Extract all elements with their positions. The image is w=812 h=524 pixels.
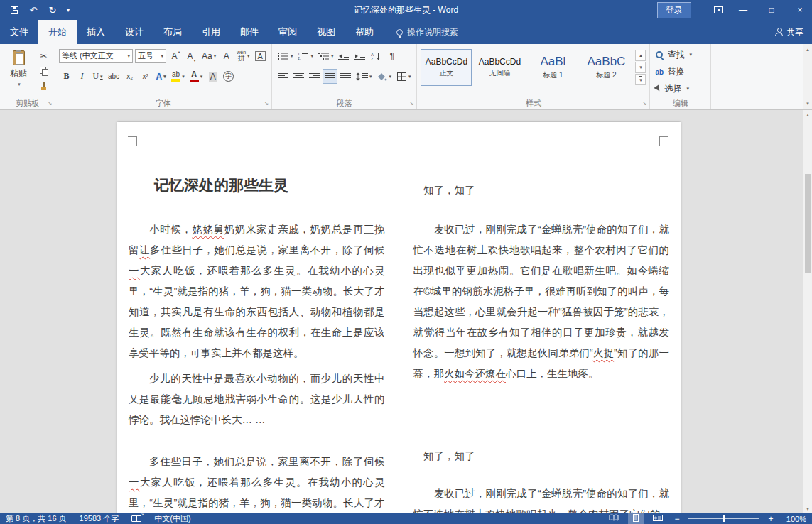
copy-button[interactable] — [36, 64, 51, 79]
close-button[interactable]: × — [788, 0, 812, 20]
style-normal[interactable]: AaBbCcDd 正文 — [421, 49, 472, 86]
paste-button[interactable]: 粘贴 — [4, 47, 33, 91]
word-count[interactable]: 19583 个字 — [80, 513, 119, 524]
paragraph[interactable]: 麦收已过，刚刚完成了“金蝉脱壳”使命的知了们，就忙不迭地在树上欢快地歌唱起来，整… — [413, 219, 670, 384]
text-highlight-button[interactable]: ab — [169, 69, 187, 84]
italic-button[interactable]: I — [75, 69, 90, 84]
strikethrough-button[interactable]: abc — [106, 69, 121, 84]
replace-button[interactable]: ab替换 — [654, 65, 707, 79]
zoom-slider-thumb[interactable] — [723, 515, 725, 522]
bullets-button[interactable] — [276, 48, 296, 63]
login-button[interactable]: 登录 — [657, 2, 691, 18]
font-dialog-launcher[interactable]: ↘ — [262, 99, 271, 108]
redo-button[interactable]: ↻ — [44, 1, 61, 18]
clear-formatting-button[interactable]: A — [219, 48, 234, 63]
align-right-button[interactable] — [307, 69, 322, 84]
scroll-down-icon[interactable]: ▾ — [803, 504, 812, 513]
ribbon-scroll-down-icon[interactable]: ▾ — [803, 99, 812, 108]
bold-button[interactable]: B — [59, 69, 74, 84]
numbering-button[interactable]: 1.2. — [296, 48, 315, 63]
character-border-button[interactable]: A — [253, 48, 268, 63]
undo-button[interactable]: ↶ — [25, 1, 42, 18]
tab-help[interactable]: 帮助 — [345, 20, 384, 44]
find-button[interactable]: 查找 — [654, 48, 707, 62]
font-name-combo[interactable]: 等线 (中文正文 — [59, 49, 133, 63]
font-color-button[interactable]: A — [188, 69, 205, 84]
customize-quick-access-button[interactable]: ▾ — [63, 1, 73, 18]
tab-mailings[interactable]: 邮件 — [230, 20, 269, 44]
justify-button[interactable] — [323, 69, 337, 84]
maximize-button[interactable]: □ — [759, 0, 784, 20]
change-case-button[interactable]: Aa — [200, 48, 218, 63]
minimize-button[interactable]: — — [731, 0, 755, 20]
shading-button[interactable] — [374, 69, 394, 84]
zoom-in-button[interactable]: + — [766, 514, 776, 524]
ribbon-scroll-up-icon[interactable]: ▴ — [803, 45, 812, 54]
style-heading-2[interactable]: AaBbC 标题 2 — [580, 49, 632, 86]
tell-me-search[interactable]: 操作说明搜索 — [396, 20, 458, 44]
language-indicator[interactable]: 中文(中国) — [154, 513, 190, 524]
grow-font-button[interactable]: A▴ — [168, 48, 183, 63]
zoom-level[interactable]: 100% — [782, 515, 806, 523]
styles-dialog-launcher[interactable]: ↘ — [640, 99, 649, 108]
subscript-button[interactable]: x₂ — [122, 69, 137, 84]
format-painter-button[interactable] — [36, 80, 51, 94]
clipboard-dialog-launcher[interactable]: ↘ — [45, 99, 54, 108]
tab-design[interactable]: 设计 — [115, 20, 153, 44]
tab-insert[interactable]: 插入 — [77, 20, 115, 44]
decrease-indent-button[interactable] — [336, 48, 352, 63]
save-button[interactable] — [6, 1, 23, 18]
tab-home[interactable]: 开始 — [38, 20, 77, 44]
zoom-slider[interactable] — [688, 513, 759, 524]
character-shading-button[interactable]: A — [205, 69, 220, 84]
document-page[interactable]: 记忆深处的那些生灵 小时候，姥姥舅奶奶来家走亲戚，奶奶总是再三挽留让多住些日子，… — [117, 122, 681, 513]
paragraph[interactable]: 少儿的天性中是最喜欢小动物的，而少儿的天性中又是最能毫无顾忌地戕害弱小生命的。这… — [129, 369, 385, 430]
paragraph-dialog-launcher[interactable]: ↘ — [407, 99, 416, 108]
tab-view[interactable]: 视图 — [307, 20, 345, 44]
borders-button[interactable] — [394, 69, 413, 84]
tab-file[interactable]: 文件 — [0, 20, 38, 44]
print-layout-button[interactable] — [628, 513, 644, 524]
section-heading[interactable]: 知了，知了 — [413, 446, 670, 466]
tab-references[interactable]: 引用 — [192, 20, 230, 44]
share-button[interactable]: 共享 — [775, 20, 812, 44]
sort-button[interactable]: AZ — [369, 48, 384, 63]
tab-review[interactable]: 审阅 — [269, 20, 307, 44]
ribbon-display-options-button[interactable] — [710, 1, 727, 18]
zoom-out-button[interactable]: − — [672, 514, 682, 524]
underline-button[interactable]: U — [90, 69, 105, 84]
paragraph[interactable]: 多住些日子，她们总是说，家里离不开，除了伺候一大家人吃饭，还喂着那么多生灵。在我… — [129, 452, 385, 513]
proofing-status-button[interactable] — [131, 515, 141, 522]
shrink-font-button[interactable]: A▾ — [184, 48, 199, 63]
show-paragraph-marks-button[interactable]: ¶ — [384, 48, 399, 63]
read-mode-button[interactable] — [606, 513, 622, 524]
cut-button[interactable]: ✂ — [36, 48, 51, 63]
align-left-button[interactable] — [276, 69, 291, 84]
multilevel-list-button[interactable] — [316, 48, 336, 63]
enclose-characters-button[interactable]: 字 — [221, 69, 236, 84]
tab-layout[interactable]: 布局 — [153, 20, 192, 44]
paragraph[interactable]: 小时候，姥姥舅奶奶来家走亲戚，奶奶总是再三挽留让多住些日子，她们总是说，家里离不… — [129, 219, 385, 364]
ribbon-scrollbar[interactable]: ▴ ▾ — [803, 44, 812, 109]
styles-scroll-down-button[interactable]: ▾ — [635, 62, 646, 73]
distribute-text-button[interactable] — [338, 69, 353, 84]
paragraph[interactable]: 麦收已过，刚刚完成了“金蝉脱壳”使命的知了们，就忙不迭地在树上欢快地歌唱起来，整… — [413, 484, 670, 513]
superscript-button[interactable]: x² — [138, 69, 153, 84]
page-indicator[interactable]: 第 8 页，共 16 页 — [6, 513, 67, 524]
section-heading[interactable]: 知了，知了 — [413, 180, 670, 201]
styles-scroll-up-button[interactable]: ▴ — [635, 50, 646, 61]
vertical-scrollbar[interactable]: ▴ ▾ — [803, 110, 812, 513]
phonetic-guide-button[interactable]: wén 拼 — [234, 48, 251, 63]
scrollbar-thumb[interactable] — [805, 174, 811, 273]
style-no-spacing[interactable]: AaBbCcDd 无间隔 — [474, 49, 525, 86]
style-heading-1[interactable]: AaBl 标题 1 — [527, 49, 578, 86]
align-center-button[interactable] — [291, 69, 306, 84]
line-spacing-button[interactable] — [354, 69, 374, 84]
styles-gallery-more-button[interactable]: ▾ — [635, 74, 646, 85]
font-size-combo[interactable]: 五号 — [135, 49, 166, 63]
web-layout-button[interactable] — [650, 513, 666, 524]
select-button[interactable]: 选择 — [654, 82, 707, 96]
text-effects-button[interactable]: A — [153, 69, 168, 84]
document-heading[interactable]: 记忆深处的那些生灵 — [129, 175, 385, 196]
scroll-up-icon[interactable]: ▴ — [803, 110, 812, 119]
